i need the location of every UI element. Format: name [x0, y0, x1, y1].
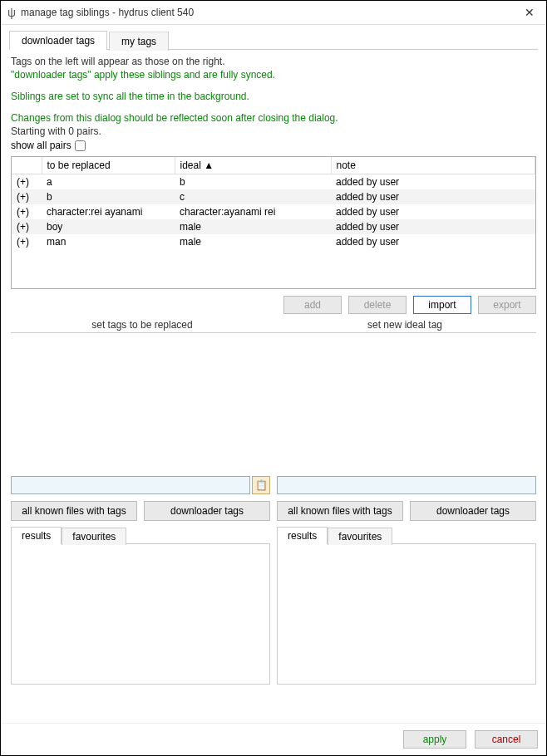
titlebar: ψ manage tag siblings - hydrus client 54… — [1, 1, 546, 25]
table-row[interactable]: (+) boy male added by user — [12, 219, 535, 234]
right-tab-results[interactable]: results — [277, 527, 328, 544]
right-tag-box[interactable] — [277, 333, 536, 473]
show-all-pairs-label: show all pairs — [11, 140, 71, 151]
right-panel-header: set new ideal tag — [274, 319, 536, 331]
delete-button[interactable]: delete — [348, 296, 407, 314]
left-tag-input[interactable] — [11, 476, 250, 494]
table-actions: add delete import export — [11, 296, 536, 314]
panel-headers: set tags to be replaced set new ideal ta… — [11, 319, 536, 331]
table-row[interactable]: (+) character:rei ayanami character:ayan… — [12, 204, 535, 219]
table-row[interactable]: (+) a b added by user — [12, 174, 535, 190]
left-tag-box[interactable] — [11, 333, 270, 473]
pairs-table[interactable]: to be replaced ideal ▲ note (+) a b adde… — [11, 156, 536, 289]
show-all-pairs-row: show all pairs — [11, 140, 536, 151]
export-button[interactable]: export — [478, 296, 536, 314]
col-header-replaced[interactable]: to be replaced — [42, 157, 175, 174]
dialog-footer: apply cancel — [1, 723, 546, 755]
left-results-list[interactable] — [11, 543, 270, 685]
close-icon[interactable]: ✕ — [520, 6, 540, 19]
info-sync-status: "downloader tags" apply these siblings a… — [11, 69, 536, 81]
tab-downloader-tags[interactable]: downloader tags — [9, 31, 107, 50]
tab-my-tags[interactable]: my tags — [109, 32, 169, 51]
service-tabs: downloader tags my tags — [1, 25, 546, 49]
info-line-1: Tags on the left will appear as those on… — [11, 56, 536, 67]
window-title: manage tag siblings - hydrus client 540 — [21, 7, 520, 18]
left-files-domain-button[interactable]: all known files with tags — [11, 501, 137, 521]
info-pair-count: Starting with 0 pairs. — [11, 125, 536, 137]
right-tab-favourites[interactable]: favourites — [328, 528, 392, 545]
right-tag-domain-button[interactable]: downloader tags — [410, 501, 536, 521]
cancel-button[interactable]: cancel — [475, 730, 538, 749]
info-changes: Changes from this dialog should be refle… — [11, 112, 536, 124]
left-tab-results[interactable]: results — [11, 527, 62, 544]
apply-button[interactable]: apply — [403, 730, 466, 749]
paste-icon[interactable]: 📋 — [252, 476, 270, 494]
table-row[interactable]: (+) man male added by user — [12, 234, 535, 249]
right-files-domain-button[interactable]: all known files with tags — [277, 501, 403, 521]
col-header-note[interactable]: note — [331, 157, 535, 174]
show-all-pairs-checkbox[interactable] — [75, 140, 86, 151]
col-header-mark[interactable] — [12, 157, 42, 174]
add-button[interactable]: add — [283, 296, 342, 314]
import-button[interactable]: import — [413, 296, 471, 314]
left-tab-favourites[interactable]: favourites — [62, 528, 126, 545]
right-tag-input[interactable] — [277, 476, 536, 494]
app-icon: ψ — [7, 6, 16, 19]
info-sync-mode: Siblings are set to sync all the time in… — [11, 91, 536, 102]
dual-tag-panels: 📋 all known files with tags downloader t… — [11, 332, 536, 685]
main-content: Tags on the left will appear as those on… — [9, 49, 538, 716]
right-panel: all known files with tags downloader tag… — [277, 333, 536, 685]
left-tag-domain-button[interactable]: downloader tags — [144, 501, 270, 521]
col-header-ideal[interactable]: ideal ▲ — [175, 157, 331, 174]
right-results-list[interactable] — [277, 543, 536, 685]
left-panel-header: set tags to be replaced — [11, 319, 274, 331]
left-panel: 📋 all known files with tags downloader t… — [11, 333, 270, 685]
table-row[interactable]: (+) b c added by user — [12, 189, 535, 204]
